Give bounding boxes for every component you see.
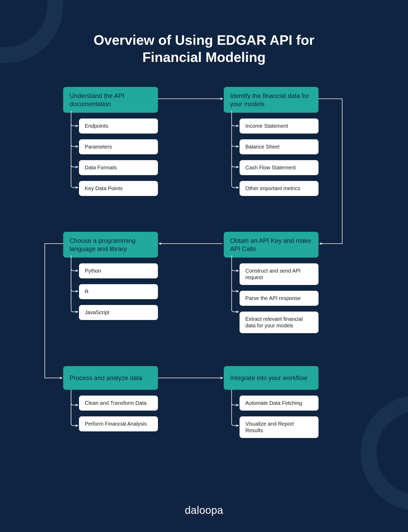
step-header: Process and analyze data (63, 366, 158, 390)
item: JavaScript (79, 305, 158, 320)
item: Key Data Points (79, 181, 158, 196)
step-understand-api: Understand the API documentation Endpoin… (63, 87, 158, 196)
title-line-1: Overview of Using EDGAR API for (94, 32, 315, 48)
step-api-key: Obtain an API Key and make API Calls Con… (224, 232, 319, 333)
title-line-2: Financial Modeling (142, 50, 266, 65)
item: Endpoints (79, 119, 158, 134)
item: Extract relevant financial data for your… (240, 312, 319, 333)
step-items: Construct and send API request Parse the… (224, 263, 319, 333)
item: Clean and Transform Data (79, 396, 158, 411)
step-integrate-workflow: Integrate into your workflow Automate Da… (224, 366, 319, 438)
step-items: Endpoints Parameters Data Formats Key Da… (63, 119, 158, 196)
step-choose-language: Choose a programming language and librar… (63, 232, 158, 320)
item: Construct and send API request (240, 263, 319, 285)
step-header: Understand the API documentation (63, 87, 158, 113)
item: Data Formats (79, 160, 158, 175)
item: Parameters (79, 139, 158, 154)
step-identify-data: Identify the financial data for your mod… (224, 87, 319, 196)
step-items: Automate Data Fetching Visualize and Rep… (224, 396, 319, 438)
page-title: Overview of Using EDGAR API for Financia… (0, 32, 408, 66)
item: Other important metrics (240, 181, 319, 196)
step-items: Income Statement Balance Sheet Cash Flow… (224, 119, 319, 196)
item: Python (79, 263, 158, 278)
item: Visualize and Report Results (240, 416, 319, 438)
step-header: Choose a programming language and librar… (63, 232, 158, 258)
item: R (79, 284, 158, 299)
step-items: Clean and Transform Data Perform Financi… (63, 396, 158, 431)
step-header: Identify the financial data for your mod… (224, 87, 319, 113)
item: Automate Data Fetching (240, 396, 319, 411)
step-header: Integrate into your workflow (224, 366, 319, 390)
item: Perform Financial Analysis (79, 416, 158, 431)
connector-lines (0, 0, 408, 532)
item: Balance Sheet (240, 139, 319, 154)
brand-logo: daloopa (0, 504, 408, 516)
step-items: Python R JavaScript (63, 263, 158, 320)
step-process-analyze: Process and analyze data Clean and Trans… (63, 366, 158, 431)
item: Cash Flow Statement (240, 160, 319, 175)
item: Parse the API response (240, 291, 319, 306)
step-header: Obtain an API Key and make API Calls (224, 232, 319, 258)
decorative-ring-bottom-right (361, 395, 408, 511)
item: Income Statement (240, 119, 319, 134)
